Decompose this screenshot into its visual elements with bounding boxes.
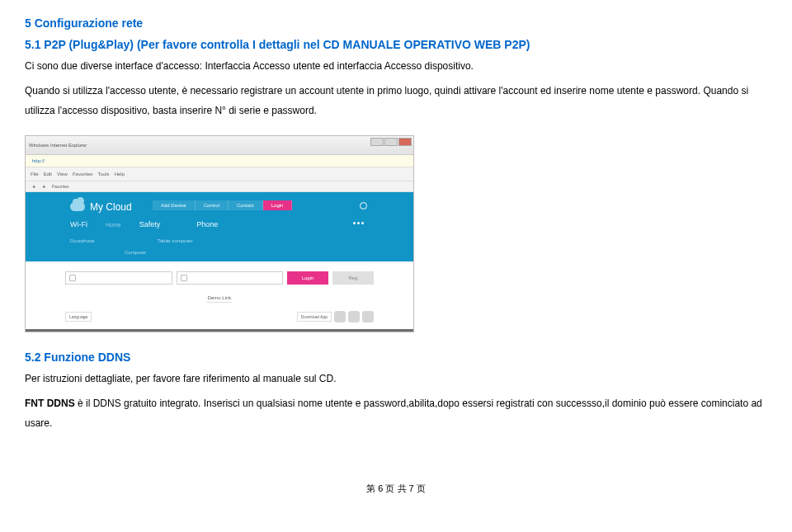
other-store-icon[interactable]: [362, 311, 374, 322]
language-selector[interactable]: Language: [65, 312, 92, 322]
fav-star-icon[interactable]: ★: [32, 184, 35, 189]
menu-favorites[interactable]: Favorites: [73, 172, 93, 177]
browser-address-bar[interactable]: http://: [26, 155, 413, 167]
window-minimize-button[interactable]: [370, 138, 384, 146]
download-app-label: Download App: [297, 312, 332, 322]
fav-star-icon-2[interactable]: ★: [42, 184, 45, 189]
paragraph-access-modes: Quando si utilizza l'accesso utente, è n…: [25, 81, 767, 120]
tab-control[interactable]: Control: [196, 200, 229, 210]
cat-safety[interactable]: Safety: [139, 220, 161, 228]
menu-file[interactable]: File: [31, 172, 39, 177]
fav-label[interactable]: Favorites: [52, 184, 69, 189]
tab-contact[interactable]: Contact: [229, 200, 263, 210]
fnt-ddns-rest: è il DDNS gratuito integrato. Inserisci …: [25, 398, 762, 429]
top-tab-strip: Add Device Control Contact Login: [153, 200, 292, 210]
demo-link[interactable]: Demo Link: [206, 295, 233, 303]
paragraph-intro: Ci sono due diverse interface d'accesso:…: [25, 56, 767, 76]
login-button[interactable]: Login: [287, 271, 328, 285]
paragraph-ddns-detail: FNT DDNS è il DDNS gratuito integrato. I…: [25, 393, 767, 433]
globe-icon[interactable]: [360, 202, 367, 210]
tab-login[interactable]: Login: [263, 200, 293, 210]
embedded-screenshot: Windows Internet Explorer http:// File E…: [25, 135, 414, 332]
sub-computer[interactable]: Computer: [125, 250, 146, 255]
tab-add-device[interactable]: Add Device: [153, 200, 196, 210]
cat-wifi[interactable]: Wi-Fi: [70, 220, 87, 228]
menu-view[interactable]: View: [57, 172, 68, 177]
browser-title-text: Windows Internet Explorer: [29, 143, 87, 148]
play-store-icon[interactable]: [348, 311, 360, 322]
menu-help[interactable]: Help: [115, 172, 125, 177]
register-button[interactable]: Reg: [332, 271, 374, 285]
fnt-ddns-bold: FNT DDNS: [25, 398, 75, 409]
site-banner: My Cloud Add Device Control Contact Logi…: [26, 192, 413, 261]
sub-tablet[interactable]: Tablet computer: [158, 238, 193, 243]
brand-text: My Cloud: [90, 201, 132, 213]
sub-doorphone[interactable]: Doorphone: [70, 238, 95, 243]
password-input[interactable]: [177, 271, 284, 285]
cat-phone[interactable]: Phone: [196, 220, 218, 228]
window-maximize-button[interactable]: [384, 138, 398, 146]
browser-menu-bar: File Edit View Favorites Tools Help: [26, 167, 413, 181]
app-store-icon[interactable]: [334, 311, 346, 322]
username-input[interactable]: [65, 271, 172, 285]
section-heading-5-1: 5.1 P2P (Plug&Play) (Per favore controll…: [25, 38, 767, 51]
page-number-footer: 第 6 页 共 7 页: [25, 483, 767, 495]
cloud-icon: [70, 202, 85, 211]
login-panel: Login Reg Demo Link Language Download Ap…: [26, 261, 413, 329]
lock-icon: [181, 275, 187, 281]
site-footer-strip: [26, 329, 413, 332]
category-row: Wi-Fi Home Safety Phone: [70, 220, 367, 228]
section-heading-5: 5 Configurazione rete: [25, 16, 767, 30]
paragraph-ddns-intro: Per istruzioni dettagliate, per favore f…: [25, 369, 767, 388]
app-download-group: Download App: [297, 311, 374, 322]
more-dots-icon[interactable]: [353, 222, 364, 224]
menu-edit[interactable]: Edit: [44, 172, 52, 177]
subcategory-row: Doorphone Tablet computer: [70, 238, 192, 243]
user-icon: [69, 275, 76, 281]
browser-favorites-row: ★ ★ Favorites: [26, 181, 413, 192]
url-text: http://: [32, 158, 45, 163]
browser-titlebar: Windows Internet Explorer: [26, 136, 413, 155]
window-close-button[interactable]: [398, 138, 412, 146]
section-heading-5-2: 5.2 Funzione DDNS: [25, 351, 767, 364]
cat-home[interactable]: Home: [106, 222, 121, 228]
menu-tools[interactable]: Tools: [98, 172, 110, 177]
